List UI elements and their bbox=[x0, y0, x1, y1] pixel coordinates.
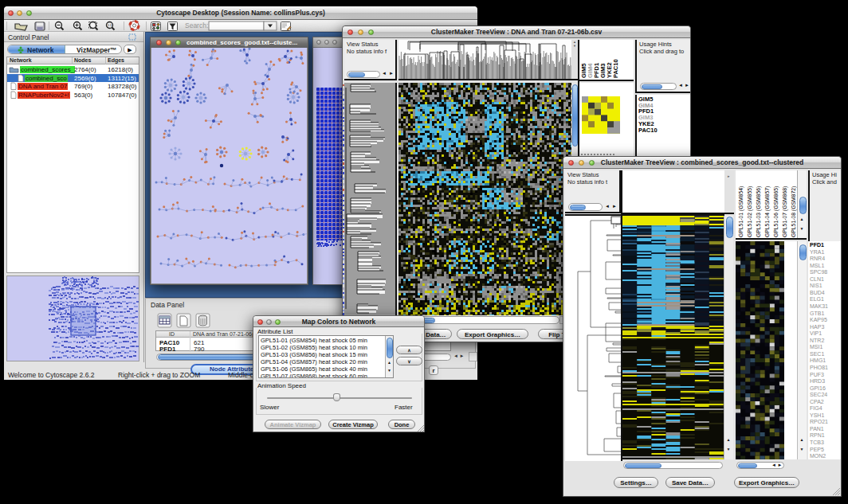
svg-text:GPL51-06 (GSM865): GPL51-06 (GSM865) bbox=[773, 186, 779, 237]
svg-text:GPL51-08 (GSM872): GPL51-08 (GSM872) bbox=[791, 186, 797, 237]
svg-text:GPL51-02 (GSM855): GPL51-02 (GSM855) bbox=[747, 186, 753, 237]
svg-text:GPL51-04 (GSM857): GPL51-04 (GSM857) bbox=[764, 186, 771, 237]
svg-text:GPL51-03 (GSM856): GPL51-03 (GSM856) bbox=[756, 186, 762, 237]
svg-text:PAC10: PAC10 bbox=[612, 59, 619, 78]
svg-text:Search:: Search: bbox=[185, 21, 208, 29]
svg-text:GPL51-07 (GSM868): GPL51-07 (GSM868) bbox=[782, 186, 788, 237]
svg-text:GPL51-01 (GSM854): GPL51-01 (GSM854) bbox=[738, 186, 744, 237]
svg-text:1:1: 1:1 bbox=[108, 23, 112, 27]
